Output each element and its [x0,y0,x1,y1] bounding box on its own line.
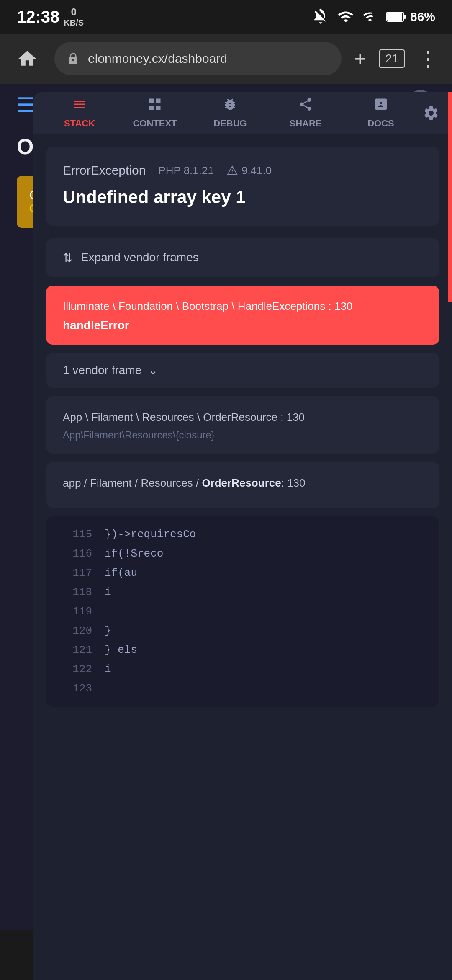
red-side-indicator [448,92,452,302]
battery-icon: 86% [386,10,435,24]
frame-namespace-1: App \ Filament \ Resources \ OrderResour… [63,409,423,426]
code-line-121: 121 } els [46,640,439,660]
tab-debug[interactable]: DEBUG [193,93,268,133]
code-line-119: 119 [46,602,439,621]
error-php-version: PHP 8.1.21 [158,164,214,177]
stack-icon [72,97,87,116]
browser-home-button[interactable] [13,44,42,73]
tab-stack-label: STACK [64,118,95,129]
error-content: ErrorException PHP 8.1.21 9.41.0 Undefin… [33,134,452,980]
code-line-122: 122 i [46,660,439,679]
tab-count-badge[interactable]: 21 [379,49,405,68]
lock-icon [67,52,80,65]
address-bar[interactable]: elonmoney.cx/dashboard [54,42,342,75]
status-time: 12:38 [17,8,59,26]
active-frame-class: Illuminate \ Foundation \ Bootstrap \ Ha… [63,298,423,315]
vendor-frame-count-btn[interactable]: 1 vendor frame ⌄ [46,353,439,388]
bell-muted-icon [312,8,329,25]
signal-icon [362,8,378,25]
expand-icon: ⇅ [63,251,72,265]
docs-icon [373,97,388,116]
data-speed: 0 KB/S [64,6,84,28]
line-num-116: 116 [59,547,92,560]
tab-docs-label: DOCS [367,118,394,129]
code-line-120: 120 } [46,621,439,640]
ignition-icon [226,165,238,176]
frame-closure-1: App\Filament\Resources\{closure} [63,429,423,441]
svg-rect-2 [387,13,402,21]
chevron-down-icon: ⌄ [148,364,158,377]
code-line-123: 123 [46,679,439,698]
vendor-count-text: 1 vendor frame [63,364,141,377]
status-bar: 12:38 0 KB/S 86% [0,0,452,34]
tab-debug-label: DEBUG [213,118,247,129]
tab-stack[interactable]: STACK [42,93,117,133]
url-text: elonmoney.cx/dashboard [88,52,227,66]
frame-item-2[interactable]: app / Filament / Resources / OrderResour… [46,462,439,508]
line-content-121: } els [105,644,427,656]
browser-chrome: elonmoney.cx/dashboard + 21 ⋮ [0,34,452,84]
debug-icon [223,97,238,116]
context-icon [147,97,162,116]
error-message: Undefined array key 1 [63,186,423,209]
tab-context-label: CONTEXT [133,118,177,129]
tab-docs[interactable]: DOCS [343,93,419,133]
line-num-122: 122 [59,663,92,676]
expand-vendor-frames-btn[interactable]: ⇅ Expand vendor frames [46,238,439,277]
line-content-115: })->requiresCo [105,528,427,541]
browser-menu-button[interactable]: ⋮ [418,46,439,71]
line-content-116: if(!$reco [105,547,427,560]
error-meta: ErrorException PHP 8.1.21 9.41.0 [63,163,423,178]
new-tab-button[interactable]: + [354,46,366,71]
error-header-card: ErrorException PHP 8.1.21 9.41.0 Undefin… [46,147,439,226]
line-num-117: 117 [59,567,92,579]
error-overlay-panel: STACK CONTEXT DEBUG [33,92,452,980]
code-viewer: 115 })->requiresCo 116 if(!$reco 117 if(… [46,516,439,707]
hamburger-menu[interactable]: ☰ [17,93,35,116]
settings-button[interactable] [419,101,444,126]
line-content-120: } [105,624,427,637]
line-num-120: 120 [59,624,92,637]
line-num-115: 115 [59,528,92,541]
code-line-116: 116 if(!$reco [46,544,439,563]
line-content-122: i [105,663,427,676]
wifi-icon [337,8,354,25]
expand-vendor-text: Expand vendor frames [81,251,199,264]
error-ignition-version: 9.41.0 [226,164,272,177]
code-line-115: 115 })->requiresCo [46,525,439,544]
frame-item-1[interactable]: App \ Filament \ Resources \ OrderResour… [46,396,439,454]
code-line-117: 117 if(au [46,563,439,583]
line-num-118: 118 [59,586,92,598]
frame-path-2: app / Filament / Resources / OrderResour… [63,475,423,492]
battery-percent: 86% [410,10,435,24]
line-num-121: 121 [59,644,92,656]
status-icons: 86% [312,8,435,25]
active-frame-method: handleError [63,319,423,332]
error-tabs: STACK CONTEXT DEBUG [33,92,452,134]
svg-rect-1 [404,15,406,19]
tab-share[interactable]: SHARE [268,93,343,133]
tab-share-label: SHARE [289,118,321,129]
line-num-119: 119 [59,605,92,618]
line-content-117: if(au [105,567,427,579]
share-icon [298,97,313,116]
line-num-123: 123 [59,682,92,695]
active-frame[interactable]: Illuminate \ Foundation \ Bootstrap \ Ha… [46,286,439,345]
browser-actions: + 21 ⋮ [354,46,439,71]
code-line-118: 118 i [46,583,439,602]
line-content-118: i [105,586,427,598]
error-type: ErrorException [63,163,146,178]
tab-context[interactable]: CONTEXT [117,93,193,133]
